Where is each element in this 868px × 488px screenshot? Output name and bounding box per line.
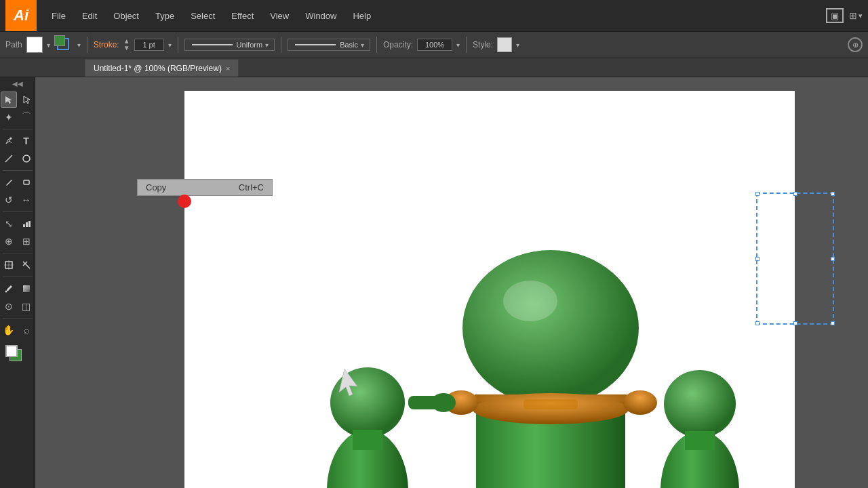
tool-row-9 <box>1 257 35 273</box>
divider-2 <box>178 37 178 53</box>
svg-point-17 <box>462 250 639 406</box>
menu-file[interactable]: File <box>45 8 73 24</box>
stroke-line-preview <box>192 44 233 45</box>
context-menu-copy[interactable]: Copy Ctrl+C <box>138 180 272 195</box>
tool-row-12: ✋ ⌕ <box>1 322 35 338</box>
menu-select[interactable]: Select <box>184 8 222 24</box>
svg-point-13 <box>330 367 405 438</box>
opacity-input[interactable] <box>417 39 452 51</box>
svg-rect-29 <box>408 396 449 409</box>
tool-row-4 <box>1 150 35 167</box>
document-tab[interactable]: Untitled-1* @ 100% (RGB/Preview) × <box>85 59 239 77</box>
toolbar-collapse[interactable]: ◀◀ <box>12 80 23 87</box>
svg-rect-6 <box>28 221 31 227</box>
left-toolbar: ◀◀ ✦ ⌒ T <box>0 77 35 488</box>
tool-row-6: ↺ ↔ <box>1 192 35 208</box>
symbol-sprayer-tool[interactable]: ⊕ <box>1 233 17 249</box>
menu-help[interactable]: Help <box>346 8 378 24</box>
rotate-tool[interactable]: ↺ <box>1 192 17 208</box>
stroke-style-selector[interactable]: Uniform ▾ <box>184 39 275 51</box>
text-tool[interactable]: T <box>18 133 35 149</box>
zoom-tool[interactable]: ⌕ <box>18 322 35 338</box>
tool-row-10 <box>1 281 35 297</box>
tab-title: Untitled-1* @ 100% (RGB/Preview) <box>94 64 222 73</box>
svg-point-0 <box>9 138 12 140</box>
tool-row-5 <box>1 174 35 190</box>
reflect-tool[interactable]: ↔ <box>18 192 35 208</box>
basic-dropdown-icon: ▾ <box>361 41 364 49</box>
canvas-area[interactable]: Copy Ctrl+C <box>35 77 868 488</box>
toolbar-sep-6 <box>3 318 33 319</box>
fill-bottom-swatch <box>5 345 18 357</box>
eraser-tool[interactable] <box>18 174 35 190</box>
tool-row-8: ⊕ ⊞ <box>1 233 35 249</box>
artboard-tool[interactable] <box>1 257 17 273</box>
menubar: Ai File Edit Object Type Select Effect V… <box>0 0 868 31</box>
sel-handle-br[interactable] <box>831 321 835 325</box>
svg-rect-24 <box>524 399 578 409</box>
style-label: Style: <box>473 40 493 49</box>
chart-tool[interactable] <box>18 216 35 232</box>
hand-tool[interactable]: ✋ <box>1 322 17 338</box>
measure-tool[interactable]: ◫ <box>18 298 35 314</box>
slice-tool[interactable] <box>18 257 35 273</box>
tab-close-btn[interactable]: × <box>226 64 230 73</box>
style-swatch[interactable] <box>497 37 512 52</box>
context-menu: Copy Ctrl+C <box>137 179 273 196</box>
menu-object[interactable]: Object <box>106 8 146 24</box>
workspace-icon[interactable]: ⊞ ▾ <box>849 10 863 21</box>
toolbar-sep-3 <box>3 211 33 212</box>
pen-tool[interactable] <box>1 133 17 149</box>
menu-view[interactable]: View <box>263 8 296 24</box>
tool-row-3: T <box>1 133 35 149</box>
basic-label: Basic <box>340 41 358 49</box>
magic-wand-tool[interactable]: ✦ <box>1 109 17 125</box>
direct-selection-tool[interactable] <box>18 92 35 108</box>
svg-point-2 <box>23 155 30 162</box>
fill-dropdown-btn[interactable]: ▾ <box>47 41 50 49</box>
stroke-label: Stroke: <box>94 40 119 49</box>
stroke-dropdown-btn[interactable]: ▾ <box>168 41 172 49</box>
lasso-tool[interactable]: ⌒ <box>18 109 35 125</box>
screen-mode-icon[interactable]: ▣ <box>826 8 844 23</box>
divider-5 <box>466 37 467 53</box>
menu-edit[interactable]: Edit <box>75 8 104 24</box>
svg-point-10 <box>5 291 7 293</box>
copy-shortcut: Ctrl+C <box>239 182 264 192</box>
stroke-up-btn[interactable]: ▲▼ <box>123 38 130 52</box>
svg-rect-27 <box>685 431 715 450</box>
tool-row-7: ⤡ <box>1 216 35 232</box>
tabbar: Untitled-1* @ 100% (RGB/Preview) × <box>0 58 868 77</box>
camera-tool[interactable]: ⊙ <box>1 298 17 314</box>
line-tool[interactable] <box>1 150 17 167</box>
sel-handle-mr[interactable] <box>831 257 835 261</box>
toolbar-sep-1 <box>3 129 33 129</box>
menu-effect[interactable]: Effect <box>224 8 260 24</box>
ellipse-tool[interactable] <box>18 150 35 167</box>
gradient-tool[interactable] <box>18 281 35 297</box>
eyedropper-tool[interactable] <box>1 281 17 297</box>
svg-point-26 <box>664 370 736 438</box>
opacity-dropdown-btn[interactable]: ▾ <box>456 41 460 49</box>
divider-1 <box>87 37 87 53</box>
svg-rect-14 <box>353 430 382 450</box>
fill-stroke-swatches[interactable] <box>5 345 30 365</box>
brush-style-selector[interactable]: Basic ▾ <box>288 39 370 51</box>
brush-line-preview <box>295 44 336 45</box>
menu-type[interactable]: Type <box>149 8 181 24</box>
stroke-color-dropdown[interactable]: ▾ <box>77 41 81 49</box>
pencil-tool[interactable] <box>1 174 17 190</box>
fill-swatch[interactable] <box>26 37 43 53</box>
divider-4 <box>376 37 377 53</box>
menu-window[interactable]: Window <box>298 8 343 24</box>
warp-tool[interactable]: ⊞ <box>18 233 35 249</box>
sel-handle-tr[interactable] <box>831 192 835 196</box>
svg-rect-11 <box>23 285 30 292</box>
style-dropdown-btn[interactable]: ▾ <box>516 41 519 49</box>
free-transform-tool[interactable]: ⤡ <box>1 216 17 232</box>
web-icon[interactable]: ⊕ <box>848 37 863 52</box>
path-label: Path <box>5 40 22 49</box>
uniform-dropdown-icon: ▾ <box>265 41 269 49</box>
selection-tool[interactable] <box>1 92 17 108</box>
stroke-value-input[interactable] <box>134 39 164 51</box>
